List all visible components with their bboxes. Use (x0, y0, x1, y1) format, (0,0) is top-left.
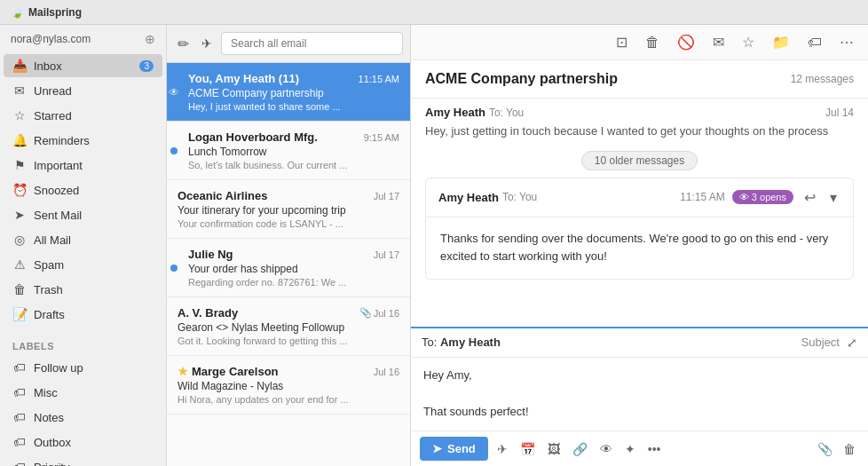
email-item-6-header: ★Marge Carelson Jul 16 (178, 365, 399, 378)
sidebar-item-sent[interactable]: ➤ Sent Mail (4, 203, 162, 226)
thread-exp-time: 11:15 AM (680, 191, 725, 203)
sidebar-item-trash[interactable]: 🗑 Trash (4, 278, 162, 301)
email-sender-6: ★Marge Carelson (178, 365, 279, 378)
compose-body[interactable]: Hey Amy, That sounds perfect! (411, 358, 868, 430)
detail-msg-count: 12 messages (791, 73, 854, 85)
sidebar-item-drafts[interactable]: 📝 Drafts (4, 303, 162, 326)
reminders-icon: 🔔 (12, 133, 27, 147)
more-compose-button[interactable]: ••• (644, 439, 665, 459)
sidebar-item-reminders[interactable]: 🔔 Reminders (4, 129, 162, 152)
sidebar-item-inbox[interactable]: 📥 Inbox 3 (4, 54, 162, 77)
email-item-1[interactable]: 👁 You, Amy Heath (11) 11:15 AM ACME Comp… (167, 63, 410, 122)
sidebar-item-starred[interactable]: ☆ Starred (4, 104, 162, 127)
misc-icon: 🏷 (12, 385, 27, 399)
sidebar-item-misc[interactable]: 🏷 Misc (4, 381, 162, 404)
discard-button[interactable]: ✈ (493, 439, 511, 459)
search-input[interactable] (221, 32, 403, 55)
sidebar-item-unread[interactable]: ✉ Unread (4, 79, 162, 102)
detail-toolbar: ⊡ 🗑 🚫 ✉ ☆ 📁 🏷 ⋯ (411, 25, 868, 60)
account-name: nora@nylas.com (11, 33, 91, 45)
sidebar-item-outbox[interactable]: 🏷 Outbox (4, 430, 162, 454)
notes-label: Notes (34, 411, 64, 424)
delete-compose-button[interactable]: 🗑 (840, 439, 859, 459)
body-line-1: Thanks for sending over the documents. W… (440, 230, 839, 249)
email-preview-1: Hey, I just wanted to share some ... (178, 101, 399, 112)
email-time-4: Jul 17 (374, 249, 399, 260)
send-reply-button[interactable]: ✉ (709, 32, 728, 52)
email-item-4[interactable]: Julie Ng Jul 17 Your order has shipped R… (167, 239, 410, 297)
filter-button[interactable]: ✈ (200, 35, 214, 52)
attach-button[interactable]: 📎 (814, 439, 836, 459)
body-line-2: excited to start working with you! (440, 248, 839, 266)
spam-report-button[interactable]: 🚫 (674, 32, 698, 52)
expand-message-button[interactable]: ▾ (826, 187, 840, 208)
thread-preview-1: Hey, just getting in touch because I wan… (425, 122, 854, 140)
sidebar-item-followup[interactable]: 🏷 Follow up (4, 356, 162, 379)
compose-subject-label: Subject (801, 336, 840, 349)
insert-link-button[interactable]: 🔗 (569, 439, 591, 459)
important-icon: ⚑ (12, 158, 27, 172)
send-button[interactable]: ➤ Send (420, 437, 488, 461)
snoozed-icon: ⏰ (12, 183, 27, 197)
email-sender-5: A. V. Brady (178, 306, 238, 320)
unread-dot-2 (170, 147, 178, 154)
sidebar-item-spam[interactable]: ⚠ Spam (4, 253, 162, 276)
sidebar-item-important[interactable]: ⚑ Important (4, 154, 162, 177)
compose-right-tools: 📎 🗑 (814, 439, 859, 459)
email-item-3[interactable]: Oceanic Airlines Jul 17 Your itinerary f… (167, 180, 410, 239)
archive-button[interactable]: ⊡ (612, 32, 631, 52)
allmail-icon: ◎ (12, 233, 27, 247)
snoozed-label: Snoozed (34, 184, 79, 197)
older-messages-button[interactable]: 10 older messages (581, 151, 698, 170)
email-preview-2: So, let's talk business. Our current ... (178, 160, 399, 170)
unread-label: Unread (34, 84, 72, 98)
important-label: Important (34, 159, 83, 172)
sidebar-item-allmail[interactable]: ◎ All Mail (4, 228, 162, 251)
trash-icon: 🗑 (12, 282, 27, 296)
app-icon: 🍃 (11, 6, 23, 19)
compose-toolbar: ➤ Send ✈ 📅 🖼 🔗 👁 ✦ ••• 📎 🗑 (411, 430, 868, 466)
detail-subject: ACME Company partnership (425, 71, 618, 87)
app-title: Mailspring (28, 6, 82, 19)
email-item-5[interactable]: A. V. Brady 📎 Jul 16 Gearon <> Nylas Mee… (167, 297, 410, 356)
sidebar-item-snoozed[interactable]: ⏰ Snoozed (4, 178, 162, 201)
email-subject-4: Your order has shipped (178, 263, 399, 275)
email-preview-3: Your confirmation code is LSANYL - ... (178, 218, 399, 229)
inbox-badge: 3 (139, 60, 154, 72)
starred-label: Starred (34, 109, 72, 122)
email-item-1-header: You, Amy Heath (11) 11:15 AM (178, 72, 399, 85)
delete-button[interactable]: 🗑 (642, 33, 663, 52)
more-button[interactable]: ⋯ (836, 32, 857, 52)
sidebar: nora@nylas.com ⊕ 📥 Inbox 3 ✉ Unread ☆ St… (0, 25, 167, 466)
followup-label: Follow up (34, 361, 83, 375)
compose-header: To: Amy Heath Subject ⤢ (411, 328, 868, 358)
email-subject-5: Gearon <> Nylas Meeting Followup (178, 321, 399, 334)
email-time-3: Jul 17 (374, 191, 399, 201)
thread-exp-to: To: You (502, 191, 537, 203)
reply-button[interactable]: ↩ (801, 187, 819, 208)
insert-image-button[interactable]: 🖼 (544, 439, 564, 459)
star-thread-button[interactable]: ☆ (738, 32, 758, 52)
email-item-5-header: A. V. Brady 📎 Jul 16 (178, 306, 399, 320)
sent-icon: ➤ (12, 208, 27, 222)
thread-message-1[interactable]: Amy Heath To: You Jul 14 Hey, just getti… (425, 106, 854, 140)
sidebar-item-notes[interactable]: 🏷 Notes (4, 406, 162, 429)
sparkle-button[interactable]: ✦ (621, 439, 639, 459)
eye-compose-icon[interactable]: 👁 (596, 439, 616, 459)
send-label: Send (447, 442, 476, 455)
compose-button[interactable]: ✏ (174, 34, 193, 54)
tag-button[interactable]: 🏷 (804, 33, 825, 52)
email-item-2[interactable]: Logan Hoverboard Mfg. 9:15 AM Lunch Tomo… (167, 122, 410, 180)
sidebar-item-priority[interactable]: 🏷 Priority (4, 455, 162, 466)
account-expand-icon[interactable]: ⊕ (145, 32, 155, 46)
email-sender-2: Logan Hoverboard Mfg. (178, 130, 318, 144)
opens-count: 3 opens (752, 192, 786, 202)
schedule-button[interactable]: 📅 (517, 439, 539, 459)
thread-exp-header: Amy Heath To: You 11:15 AM 👁 3 opens ↩ ▾ (426, 178, 853, 217)
email-subject-2: Lunch Tomorrow (178, 146, 399, 158)
sidebar-header: nora@nylas.com ⊕ (0, 25, 166, 53)
older-messages-bar: 10 older messages (425, 151, 854, 170)
compose-expand-button[interactable]: ⤢ (847, 336, 857, 350)
email-item-6[interactable]: ★Marge Carelson Jul 16 Wild Magazine - N… (167, 356, 410, 415)
folder-button[interactable]: 📁 (769, 32, 793, 52)
